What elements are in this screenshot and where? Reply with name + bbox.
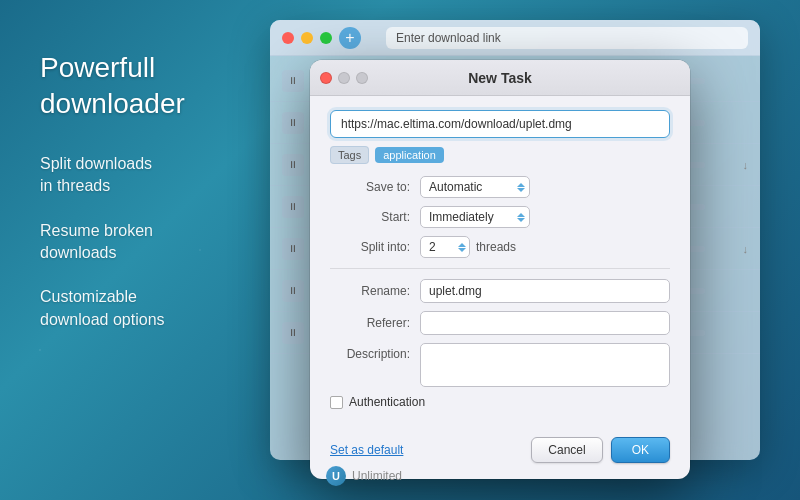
modal-max-button[interactable] <box>356 72 368 84</box>
modal-body: Tags application Save to: Automatic Star… <box>310 96 690 437</box>
start-row: Start: Immediately <box>330 206 670 228</box>
size-3: ↓ <box>713 159 748 171</box>
bg-tl-max <box>320 32 332 44</box>
bg-tl-min <box>301 32 313 44</box>
referer-row: Referer: <box>330 311 670 335</box>
left-panel: Powerfulldownloader Split downloadsin th… <box>40 50 240 353</box>
auth-checkbox[interactable] <box>330 396 343 409</box>
auth-label: Authentication <box>349 395 425 409</box>
new-task-modal: New Task Tags application Save to: Autom… <box>310 60 690 479</box>
pause-icon-4: ⏸ <box>282 196 304 218</box>
description-row: Description: <box>330 343 670 387</box>
split-controls: threads <box>420 236 516 258</box>
bg-url-bar: Enter download link <box>386 27 748 49</box>
feature-split: Split downloadsin threads <box>40 153 240 198</box>
description-textarea[interactable] <box>420 343 670 387</box>
split-label: Split into: <box>330 240 420 254</box>
app-footer: U Unlimited <box>310 466 690 486</box>
split-number-input[interactable] <box>420 236 470 258</box>
tag-application[interactable]: application <box>375 147 444 163</box>
rename-input[interactable] <box>420 279 670 303</box>
size-5: ↓ <box>713 243 748 255</box>
split-number-wrapper <box>420 236 470 258</box>
pause-icon-1: ⏸ <box>282 70 304 92</box>
modal-title: New Task <box>468 70 532 86</box>
main-title: Powerfulldownloader <box>40 50 240 123</box>
rename-row: Rename: <box>330 279 670 303</box>
start-label: Start: <box>330 210 420 224</box>
url-input[interactable] <box>330 110 670 138</box>
save-to-label: Save to: <box>330 180 420 194</box>
pause-icon-5: ⏸ <box>282 238 304 260</box>
cancel-button[interactable]: Cancel <box>531 437 602 463</box>
app-logo: U <box>326 466 346 486</box>
modal-min-button[interactable] <box>338 72 350 84</box>
ok-button[interactable]: OK <box>611 437 670 463</box>
referer-input[interactable] <box>420 311 670 335</box>
authentication-row: Authentication <box>330 395 670 409</box>
pause-icon-3: ⏸ <box>282 154 304 176</box>
description-label: Description: <box>330 343 420 361</box>
add-download-button[interactable]: + <box>339 27 361 49</box>
feature-resume: Resume brokendownloads <box>40 220 240 265</box>
modal-titlebar: New Task <box>310 60 690 96</box>
referer-label: Referer: <box>330 316 420 330</box>
pause-icon-6: ⏸ <box>282 280 304 302</box>
start-select-wrapper: Immediately <box>420 206 530 228</box>
start-select[interactable]: Immediately <box>420 206 530 228</box>
tags-row: Tags application <box>330 146 670 164</box>
set-default-link[interactable]: Set as default <box>330 443 403 457</box>
app-footer-label: Unlimited <box>352 469 402 483</box>
modal-traffic-lights <box>320 72 368 84</box>
pause-icon-7: ⏸ <box>282 322 304 344</box>
threads-label: threads <box>476 240 516 254</box>
separator <box>330 268 670 269</box>
split-row: Split into: threads <box>330 236 670 258</box>
pause-icon-2: ⏸ <box>282 112 304 134</box>
rename-label: Rename: <box>330 284 420 298</box>
bg-tl-close <box>282 32 294 44</box>
modal-close-button[interactable] <box>320 72 332 84</box>
save-to-select[interactable]: Automatic <box>420 176 530 198</box>
tags-label: Tags <box>330 146 369 164</box>
feature-customize: Customizabledownload options <box>40 286 240 331</box>
save-to-row: Save to: Automatic <box>330 176 670 198</box>
bg-titlebar: + Enter download link <box>270 20 760 56</box>
save-to-select-wrapper: Automatic <box>420 176 530 198</box>
footer-buttons: Cancel OK <box>531 437 670 463</box>
